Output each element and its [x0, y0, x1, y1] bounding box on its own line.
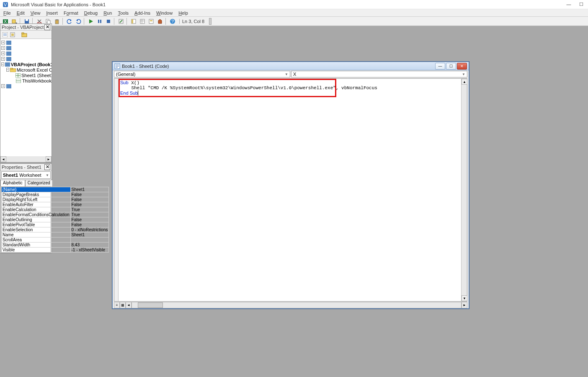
chevron-down-icon: ▼	[462, 72, 465, 76]
svg-rect-22	[132, 19, 133, 23]
code-min-button[interactable]: —	[435, 63, 445, 70]
workbook-icon	[15, 78, 21, 83]
toolbar: X ? Ln 3, Col 8	[0, 17, 588, 26]
properties-object-name: Sheet1	[3, 173, 18, 178]
code-hscroll[interactable]	[132, 302, 462, 308]
property-row[interactable]: StandardWidth8.43	[2, 243, 109, 248]
paste-icon[interactable]	[53, 18, 61, 25]
undo-icon[interactable]	[66, 18, 73, 25]
menu-format[interactable]: Format	[64, 10, 78, 15]
property-row[interactable]: EnableFormatConditionsCalculationTrue	[2, 212, 109, 217]
app-title: Microsoft Visual Basic for Applications …	[11, 2, 566, 7]
project-panel-close-button[interactable]: ✕	[44, 24, 50, 30]
properties-grid[interactable]: (Name)Sheet1DisplayPageBreaksFalseDispla…	[1, 186, 51, 253]
property-row[interactable]: EnablePivotTableFalse	[2, 222, 109, 227]
view-object-icon[interactable]	[9, 31, 16, 38]
vbaproj-icon	[6, 40, 12, 45]
svg-rect-7	[26, 19, 28, 21]
object-browser-icon[interactable]	[147, 18, 155, 25]
menu-debug[interactable]: Debug	[84, 10, 98, 15]
code-editor[interactable]: Sub X() Shell "CMD /K %SystemRoot%\syste…	[119, 79, 461, 301]
svg-rect-40	[6, 57, 11, 61]
properties-panel: Properties - Sheet1 ✕ Sheet1 Worksheet ▼…	[0, 163, 52, 253]
menu-tools[interactable]: Tools	[118, 10, 129, 15]
redo-icon[interactable]	[75, 18, 82, 25]
maximize-button[interactable]: ☐	[579, 2, 584, 7]
tree-root[interactable]: VBAProject (Book1)	[11, 62, 52, 67]
tree-workbook[interactable]: ThisWorkbook	[22, 78, 52, 83]
svg-rect-39	[6, 52, 11, 56]
code-procedure-dropdown[interactable]: X▼	[291, 71, 467, 77]
svg-rect-17	[98, 20, 99, 23]
break-icon[interactable]	[96, 18, 103, 25]
minimize-button[interactable]: —	[566, 2, 571, 7]
tab-alphabetic[interactable]: Alphabetic	[0, 180, 25, 186]
toggle-folders-icon[interactable]	[21, 31, 28, 38]
tree-objects[interactable]: Microsoft Excel Objects	[17, 67, 52, 72]
svg-rect-38	[6, 46, 11, 50]
view-code-icon[interactable]	[2, 31, 8, 38]
code-window-icon	[114, 63, 120, 69]
procedure-view-button[interactable]: ≡	[114, 302, 120, 308]
hscroll-right[interactable]: ►	[462, 302, 467, 308]
folder-icon	[10, 67, 16, 72]
code-vscroll[interactable]: ▲▼	[461, 79, 467, 301]
svg-text:X: X	[4, 19, 7, 24]
svg-rect-13	[56, 19, 58, 21]
hscroll-left[interactable]: ◄	[126, 302, 132, 308]
property-row[interactable]: EnableCalculationTrue	[2, 207, 109, 212]
toolbar-grip[interactable]	[209, 18, 211, 25]
code-max-button[interactable]: ☐	[446, 63, 456, 70]
property-row[interactable]: DisplayPageBreaksFalse	[2, 192, 109, 197]
cursor-position: Ln 3, Col 8	[179, 19, 207, 24]
svg-text:?: ?	[171, 19, 174, 24]
svg-rect-30	[3, 32, 8, 37]
property-row[interactable]: ScrollArea	[2, 238, 109, 243]
tree-sheet[interactable]: Sheet1 (Sheet1)	[21, 73, 52, 78]
full-module-view-button[interactable]: ▦	[120, 302, 126, 308]
property-row[interactable]: (Name)Sheet1	[2, 187, 109, 192]
property-row[interactable]: EnableAutoFilterFalse	[2, 202, 109, 207]
menubar: File Edit View Insert Format Debug Run T…	[0, 9, 588, 17]
code-object-dropdown[interactable]: (General)▼	[114, 71, 290, 77]
vbaproj-icon	[6, 46, 12, 51]
svg-rect-18	[100, 20, 101, 23]
property-row[interactable]: EnableOutliningFalse	[2, 217, 109, 222]
run-icon[interactable]	[87, 18, 95, 25]
svg-rect-34	[11, 34, 14, 36]
menu-window[interactable]: Window	[156, 10, 173, 15]
code-window-titlebar[interactable]: Book1 - Sheet1 (Code) — ☐ ✕	[113, 62, 469, 70]
properties-close-button[interactable]: ✕	[44, 164, 50, 170]
menu-insert[interactable]: Insert	[46, 10, 58, 15]
menu-file[interactable]: File	[3, 10, 11, 15]
help-icon[interactable]: ?	[169, 18, 176, 25]
project-explorer-icon[interactable]	[130, 18, 137, 25]
chevron-down-icon: ▼	[46, 173, 49, 177]
toolbox-icon[interactable]	[156, 18, 164, 25]
property-row[interactable]: Visible-1 - xlSheetVisible	[2, 248, 109, 253]
code-close-button[interactable]: ✕	[457, 63, 467, 70]
properties-title: Properties - Sheet1	[2, 165, 41, 170]
property-row[interactable]: NameSheet1	[2, 232, 109, 238]
properties-window-icon[interactable]	[139, 18, 146, 25]
project-hscroll[interactable]: ◄►	[0, 156, 52, 162]
menu-run[interactable]: Run	[103, 10, 112, 15]
vbaproj-icon	[6, 51, 12, 56]
sheet-icon	[15, 73, 21, 78]
reset-icon[interactable]	[105, 18, 112, 25]
tab-categorized[interactable]: Categorized	[25, 180, 53, 186]
app-icon: V	[3, 2, 8, 8]
code-procedure-value: X	[293, 72, 296, 77]
properties-object-selector[interactable]: Sheet1 Worksheet ▼	[1, 171, 51, 179]
design-mode-icon[interactable]	[117, 18, 125, 25]
menu-help[interactable]: Help	[178, 10, 188, 15]
menu-addins[interactable]: Add-Ins	[134, 10, 150, 15]
menu-edit[interactable]: Edit	[17, 10, 25, 15]
property-row[interactable]: DisplayRightToLeftFalse	[2, 197, 109, 202]
chevron-down-icon: ▼	[285, 72, 288, 76]
code-object-value: (General)	[116, 72, 135, 77]
project-panel: Project - VBAProject ✕ + + + + −VBAProje…	[0, 23, 52, 163]
property-row[interactable]: EnableSelection0 - xlNoRestrictions	[2, 227, 109, 232]
menu-view[interactable]: View	[31, 10, 41, 15]
project-tree[interactable]: + + + + −VBAProject (Book1) −Microsoft E…	[0, 39, 52, 156]
